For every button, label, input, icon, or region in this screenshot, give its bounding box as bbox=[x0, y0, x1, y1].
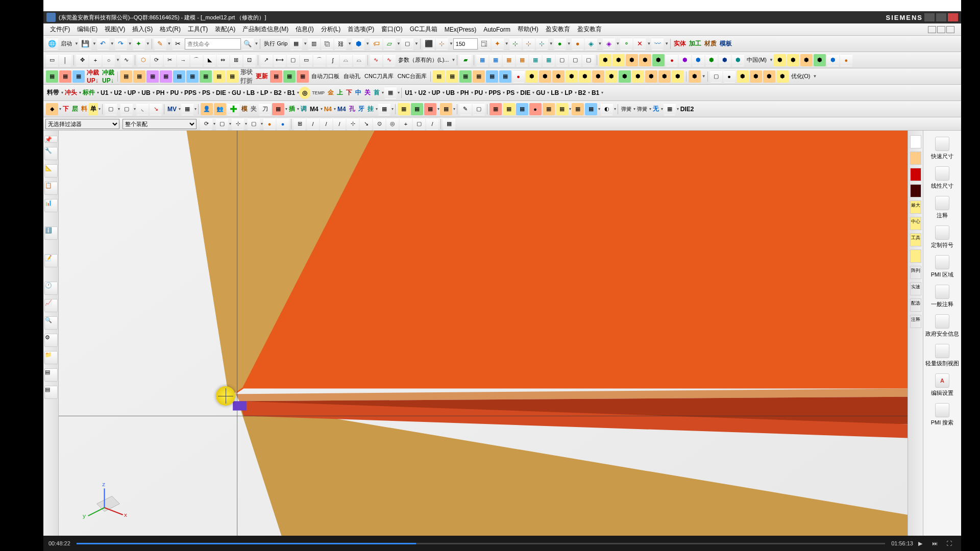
o3-icon[interactable]: ⬢ bbox=[800, 54, 813, 66]
menu-gc[interactable]: GC工具箱 bbox=[406, 25, 441, 34]
rcurve-icon[interactable]: ∿ bbox=[370, 54, 382, 66]
punch-label[interactable]: 冲裁UP↓ bbox=[85, 70, 101, 83]
r5b-7[interactable]: 挂 bbox=[366, 103, 375, 115]
o4-icon[interactable]: ● bbox=[840, 54, 852, 66]
g10-icon[interactable]: ▦ bbox=[459, 70, 472, 83]
r5b-2[interactable]: M4 bbox=[308, 103, 320, 115]
r5i-1[interactable]: ▢ bbox=[105, 103, 117, 115]
rs-0[interactable] bbox=[910, 135, 921, 148]
r5i-16[interactable]: ✎ bbox=[459, 103, 472, 115]
r4-6[interactable]: UB bbox=[140, 87, 152, 99]
r5a-1[interactable]: 层 bbox=[70, 103, 80, 115]
exec-label[interactable]: 执行 Grip bbox=[262, 40, 289, 47]
g7-icon[interactable]: ▦ bbox=[46, 70, 58, 83]
o15-icon[interactable]: ⬢ bbox=[763, 70, 775, 83]
r5i-18[interactable]: ▦ bbox=[489, 103, 502, 115]
r5i-cha[interactable]: 插 bbox=[287, 103, 297, 115]
r5b-0[interactable]: MV bbox=[166, 103, 178, 115]
menu-edu2[interactable]: 盈安教育 bbox=[574, 25, 605, 34]
arrow-icon[interactable]: ↗ bbox=[260, 54, 273, 66]
menu-view[interactable]: 视图(V) bbox=[101, 25, 129, 34]
menu-insert[interactable]: 插入(S) bbox=[129, 25, 156, 34]
fillet-icon[interactable]: ⌒ bbox=[190, 54, 203, 66]
r4-7[interactable]: PH bbox=[155, 87, 166, 99]
start-icon[interactable]: 🌐 bbox=[46, 38, 58, 50]
y5-icon[interactable]: ▦ bbox=[213, 70, 225, 83]
r5i-27[interactable]: ▦ bbox=[664, 103, 676, 115]
cube-icon[interactable]: ⬢ bbox=[352, 38, 364, 50]
b2-icon[interactable]: ⬢ bbox=[827, 54, 839, 66]
menu-file[interactable]: 文件(F) bbox=[46, 25, 74, 34]
b7-icon[interactable]: ▦ bbox=[499, 70, 511, 83]
extend-icon[interactable]: → bbox=[177, 54, 189, 66]
g1-icon[interactable]: ▢ bbox=[556, 54, 568, 66]
f-7[interactable]: ⊞ bbox=[293, 118, 306, 130]
spline-icon[interactable]: ∫ bbox=[327, 54, 339, 66]
clip-icon[interactable]: ✂ bbox=[172, 38, 184, 50]
r4c-3[interactable]: UB bbox=[445, 87, 456, 99]
y4-icon[interactable]: ⬢ bbox=[787, 54, 799, 66]
y7-icon[interactable]: ▦ bbox=[433, 70, 445, 83]
r4-3[interactable]: U1 bbox=[99, 87, 110, 99]
menu-window[interactable]: 窗口(O) bbox=[378, 25, 406, 34]
r5i-21[interactable]: ● bbox=[529, 103, 542, 115]
num-input[interactable] bbox=[453, 38, 478, 49]
search-icon[interactable]: 🔍 bbox=[241, 38, 254, 50]
o7-icon[interactable]: ▦ bbox=[473, 70, 485, 83]
hex-icon[interactable]: ⬡ bbox=[137, 54, 150, 66]
prism2-icon[interactable]: ◈ bbox=[603, 38, 615, 50]
r5i-25[interactable]: ▦ bbox=[585, 103, 597, 115]
o12-icon[interactable]: ⬢ bbox=[658, 70, 671, 83]
o2-icon[interactable]: ⬢ bbox=[639, 54, 651, 66]
r5i-6[interactable]: 👤 bbox=[201, 103, 213, 115]
r4c-9[interactable]: GU bbox=[534, 87, 547, 99]
rs-3[interactable] bbox=[910, 184, 921, 197]
rp-pmi-region[interactable]: PMI 区域 bbox=[923, 252, 961, 282]
lt-pin-icon[interactable]: 📌 bbox=[44, 136, 58, 143]
video-fullscreen-icon[interactable]: ⛶ bbox=[944, 538, 954, 548]
form-label[interactable]: 形状打折 bbox=[239, 70, 254, 83]
r5b-1[interactable]: 调 bbox=[299, 103, 308, 115]
g11-icon[interactable]: ⬢ bbox=[619, 70, 631, 83]
curve-icon[interactable]: ⌓ bbox=[340, 54, 352, 66]
r4b-0[interactable]: ◎ bbox=[299, 87, 310, 99]
r4-10[interactable]: PS bbox=[201, 87, 212, 99]
g6-icon[interactable]: ⬢ bbox=[814, 54, 826, 66]
o9-icon[interactable]: ⬢ bbox=[552, 70, 565, 83]
r5i-7[interactable]: 👥 bbox=[214, 103, 226, 115]
menu-format[interactable]: 格式(R) bbox=[156, 25, 184, 34]
menu-edit[interactable]: 编辑(E) bbox=[74, 25, 101, 34]
b4-icon[interactable]: ▦ bbox=[173, 70, 185, 83]
f-3[interactable]: ⊹ bbox=[232, 118, 244, 130]
r5i-22[interactable]: ▦ bbox=[543, 103, 555, 115]
y10-icon[interactable]: ⬢ bbox=[566, 70, 578, 83]
doc-restore-button[interactable] bbox=[937, 26, 945, 33]
r5c-3[interactable]: DIE2 bbox=[679, 103, 696, 115]
save-icon[interactable]: 💾 bbox=[79, 38, 91, 50]
r2-icon[interactable]: ▦ bbox=[59, 70, 71, 83]
sphere2-icon[interactable]: ● bbox=[572, 38, 584, 50]
f-18[interactable]: ▦ bbox=[443, 118, 455, 130]
r4c-8[interactable]: DIE bbox=[519, 87, 532, 99]
r4c-2[interactable]: UP bbox=[430, 87, 442, 99]
g4-icon[interactable]: ⬢ bbox=[652, 54, 665, 66]
r4bi[interactable]: ▦ bbox=[384, 87, 397, 99]
lt-11[interactable]: 📁 bbox=[44, 351, 58, 364]
minimize-button[interactable] bbox=[924, 13, 935, 21]
f-17[interactable]: / bbox=[426, 118, 438, 130]
auto2-label[interactable]: 自动孔 bbox=[341, 72, 362, 80]
o11-icon[interactable]: ⬢ bbox=[645, 70, 657, 83]
blue1-icon[interactable]: ▦ bbox=[476, 54, 488, 66]
y13-icon[interactable]: ⬢ bbox=[632, 70, 644, 83]
prism-icon[interactable]: ◈ bbox=[585, 38, 597, 50]
offset-icon[interactable]: ⟳ bbox=[151, 54, 163, 66]
surf-icon[interactable]: ▰ bbox=[459, 54, 472, 66]
redo-icon[interactable]: ↷ bbox=[115, 38, 127, 50]
tag-icon[interactable]: 🏷 bbox=[370, 38, 382, 50]
f-13[interactable]: ⊙ bbox=[373, 118, 385, 130]
filter-select-1[interactable]: 无选择过滤器 bbox=[45, 119, 119, 129]
rp-edit-settings[interactable]: A编辑设置 bbox=[923, 370, 961, 400]
r4c-10[interactable]: LB bbox=[549, 87, 560, 99]
rs-2[interactable] bbox=[910, 168, 921, 181]
o14-icon[interactable]: ⬢ bbox=[750, 70, 762, 83]
